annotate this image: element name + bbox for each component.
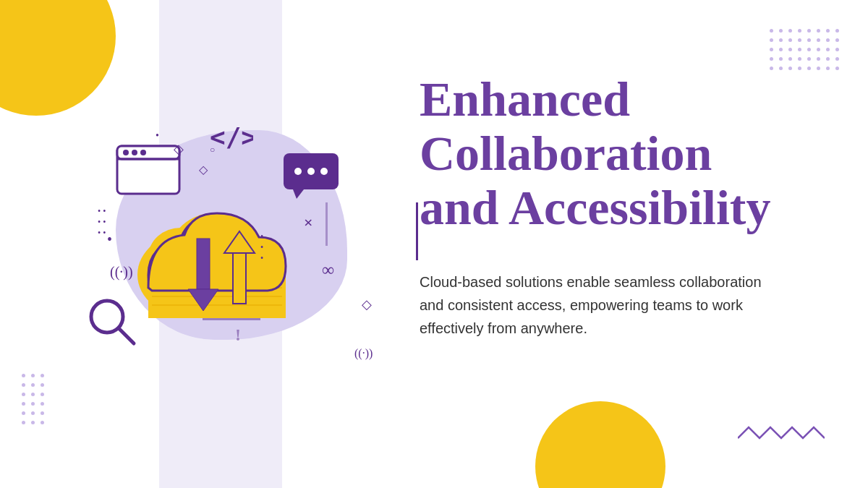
illustration-area: </> xyxy=(43,87,405,398)
svg-point-5 xyxy=(140,150,146,155)
exclamation-symbol: ! xyxy=(235,325,241,345)
decorative-dots-cluster: • •• •• • xyxy=(98,206,106,239)
horizontal-line xyxy=(203,318,260,320)
dots-cluster-right: ••• xyxy=(260,231,263,264)
zigzag-decoration xyxy=(738,424,825,448)
svg-point-11 xyxy=(320,168,328,175)
svg-point-4 xyxy=(132,150,137,155)
svg-point-3 xyxy=(123,150,129,155)
diamond-icon-3: ◇ xyxy=(362,296,372,312)
svg-rect-25 xyxy=(233,253,246,304)
infinity-symbol: ∞ xyxy=(322,260,334,280)
x-symbol: × xyxy=(304,213,313,232)
signal-icon: ((·)) xyxy=(110,264,133,281)
decorative-dot-1: • xyxy=(107,231,112,248)
vertical-divider xyxy=(416,202,418,260)
svg-rect-22 xyxy=(197,239,210,289)
dot-grid-top-right xyxy=(770,29,839,76)
svg-point-10 xyxy=(307,168,315,175)
diamond-icon-1: ◇ xyxy=(174,141,184,157)
main-heading: Enhanced Collaboration and Accessibility xyxy=(420,72,796,234)
vertical-line xyxy=(326,202,328,246)
svg-text:</>: </> xyxy=(210,123,253,152)
code-icon: </> xyxy=(210,123,253,155)
diamond-icon-2: ◇ xyxy=(199,163,208,176)
small-circle-1: ○ xyxy=(210,145,215,155)
svg-point-9 xyxy=(294,168,302,175)
decorative-circle-bottom-right xyxy=(535,401,665,488)
dot-grid-bottom-left xyxy=(22,374,44,430)
content-right-panel: Enhanced Collaboration and Accessibility… xyxy=(420,72,839,340)
cloud-upload-download-icon xyxy=(130,181,311,325)
signal-icon-2: ((·)) xyxy=(354,347,373,360)
small-circle-2: • xyxy=(156,130,159,142)
description-paragraph: Cloud-based solutions enable seamless co… xyxy=(420,270,774,340)
